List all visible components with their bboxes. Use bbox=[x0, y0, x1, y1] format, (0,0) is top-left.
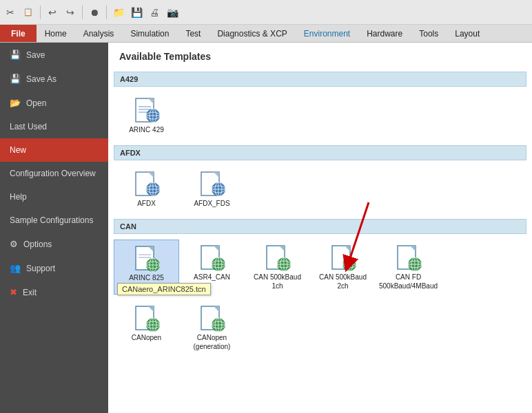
category-a429: A429 bbox=[114, 72, 526, 87]
sidebar-item-sample-configs[interactable]: Sample Configurations bbox=[0, 209, 108, 232]
menu-environment[interactable]: Environment bbox=[296, 25, 358, 42]
sidebar-save-as-label: Save As bbox=[26, 74, 57, 84]
sidebar-item-exit[interactable]: ✖ Exit bbox=[0, 280, 108, 304]
template-canopen-gen[interactable]: CANopen (generation) bbox=[179, 300, 245, 355]
template-row-can: ARINC 825 CANaero_ARINC825.tcn bbox=[114, 237, 526, 297]
sidebar-item-save[interactable]: 💾 Save bbox=[0, 43, 108, 67]
save-icon-sidebar: 💾 bbox=[10, 50, 21, 60]
toolbar-sep2 bbox=[82, 6, 83, 19]
sidebar-config-label: Configuration Overview bbox=[10, 169, 96, 178]
arinc429-label: ARINC 429 bbox=[129, 125, 164, 134]
main-content: Available Templates A429 bbox=[108, 43, 532, 413]
canopen-gen-icon bbox=[198, 304, 226, 332]
menu-test[interactable]: Test bbox=[177, 25, 209, 42]
cut-icon[interactable]: ✂ bbox=[3, 5, 18, 20]
sidebar-item-last-used[interactable]: Last Used bbox=[0, 115, 108, 138]
afdx-icon bbox=[133, 170, 161, 198]
sidebar: 💾 Save 💾 Save As 📂 Open Last Used New Co… bbox=[0, 43, 108, 413]
redo-icon[interactable]: ↪ bbox=[63, 5, 78, 20]
template-canopen[interactable]: CANopen bbox=[114, 300, 179, 355]
sidebar-new-label: New bbox=[10, 145, 26, 155]
sidebar-exit-label: Exit bbox=[23, 288, 37, 297]
print-icon[interactable]: 🖨 bbox=[147, 5, 162, 20]
canfd-icon bbox=[395, 244, 422, 271]
sidebar-last-used-label: Last Used bbox=[10, 122, 47, 131]
open-folder-icon: 📂 bbox=[10, 98, 21, 108]
asr4can-label: ASR4_CAN bbox=[194, 273, 230, 282]
canopen-gen-label: CANopen (generation) bbox=[182, 333, 242, 351]
sidebar-save-label: Save bbox=[26, 50, 45, 60]
sidebar-help-label: Help bbox=[10, 192, 27, 202]
menu-tools[interactable]: Tools bbox=[411, 25, 447, 42]
menu-diagnostics[interactable]: Diagnostics & XCP bbox=[209, 25, 295, 42]
arinc825-icon bbox=[133, 244, 161, 272]
menubar: File Home Analysis Simulation Test Diagn… bbox=[0, 25, 532, 43]
can500-1ch-icon bbox=[264, 244, 291, 271]
app-body: 💾 Save 💾 Save As 📂 Open Last Used New Co… bbox=[0, 43, 532, 413]
template-area[interactable]: A429 bbox=[108, 67, 532, 413]
asr4can-icon bbox=[198, 244, 226, 271]
record-icon[interactable]: ⏺ bbox=[87, 5, 102, 20]
save-as-icon: 💾 bbox=[10, 74, 21, 84]
arinc825-label: ARINC 825 bbox=[129, 273, 164, 282]
template-can500-2ch[interactable]: CAN 500kBaud 2ch bbox=[310, 240, 376, 295]
exit-icon: ✖ bbox=[10, 287, 17, 297]
template-can500-1ch[interactable]: CAN 500kBaud 1ch bbox=[245, 240, 310, 295]
toolbar: ✂ 📋 ↩ ↪ ⏺ 📁 💾 🖨 📷 bbox=[0, 0, 532, 25]
template-arinc825[interactable]: ARINC 825 CANaero_ARINC825.tcn bbox=[114, 240, 179, 295]
menu-simulation[interactable]: Simulation bbox=[122, 25, 177, 42]
sidebar-sample-label: Sample Configurations bbox=[10, 215, 93, 225]
save-icon[interactable]: 💾 bbox=[129, 5, 144, 20]
sidebar-item-support[interactable]: 👥 Support bbox=[0, 256, 108, 280]
canfd-label: CAN FD 500kBaud/4MBaud bbox=[378, 273, 438, 290]
toolbar-sep1 bbox=[40, 6, 41, 19]
template-arinc429[interactable]: ARINC 429 bbox=[114, 92, 179, 138]
category-afdx: AFDX bbox=[114, 145, 526, 160]
menu-hardware[interactable]: Hardware bbox=[358, 25, 411, 42]
sidebar-support-label: Support bbox=[26, 264, 55, 273]
options-icon: ⚙ bbox=[10, 239, 18, 249]
screenshot-icon[interactable]: 📷 bbox=[165, 5, 180, 20]
open-icon[interactable]: 📁 bbox=[111, 5, 126, 20]
sidebar-item-config-overview[interactable]: Configuration Overview bbox=[0, 162, 108, 185]
undo-icon[interactable]: ↩ bbox=[45, 5, 60, 20]
template-afdx[interactable]: AFDX bbox=[114, 166, 179, 212]
can500-1ch-label: CAN 500kBaud 1ch bbox=[247, 273, 307, 290]
sidebar-item-save-as[interactable]: 💾 Save As bbox=[0, 67, 108, 91]
afdx-fds-label: AFDX_FDS bbox=[194, 199, 229, 208]
afdx-fds-icon bbox=[198, 170, 226, 198]
sidebar-item-help[interactable]: Help bbox=[0, 185, 108, 209]
template-row-a429: ARINC 429 bbox=[114, 89, 526, 141]
afdx-label: AFDX bbox=[137, 199, 156, 208]
template-canfd[interactable]: CAN FD 500kBaud/4MBaud bbox=[376, 240, 441, 295]
template-row-can2: CANopen CANopen (ge bbox=[114, 297, 526, 358]
sidebar-item-new[interactable]: New bbox=[0, 138, 108, 162]
menu-file[interactable]: File bbox=[0, 25, 37, 42]
arinc429-icon bbox=[133, 96, 161, 124]
category-can: CAN bbox=[114, 219, 526, 234]
sidebar-options-label: Options bbox=[23, 240, 52, 249]
canopen-label: CANopen bbox=[132, 333, 161, 342]
menu-layout[interactable]: Layout bbox=[447, 25, 488, 42]
template-row-afdx: AFDX AFDX_FDS bbox=[114, 163, 526, 215]
sidebar-item-open[interactable]: 📂 Open bbox=[0, 91, 108, 115]
arinc825-tooltip: CANaero_ARINC825.tcn bbox=[117, 283, 211, 295]
menu-analysis[interactable]: Analysis bbox=[75, 25, 123, 42]
page-title: Available Templates bbox=[108, 43, 532, 67]
support-icon: 👥 bbox=[10, 263, 21, 273]
can500-2ch-label: CAN 500kBaud 2ch bbox=[313, 273, 373, 290]
menu-home[interactable]: Home bbox=[37, 25, 75, 42]
template-afdx-fds[interactable]: AFDX_FDS bbox=[179, 166, 245, 212]
toolbar-icon2[interactable]: 📋 bbox=[21, 5, 36, 20]
can500-2ch-icon bbox=[329, 244, 357, 271]
canopen-icon bbox=[133, 304, 161, 332]
sidebar-item-options[interactable]: ⚙ Options bbox=[0, 232, 108, 256]
toolbar-sep3 bbox=[106, 6, 107, 19]
sidebar-open-label: Open bbox=[26, 98, 46, 108]
